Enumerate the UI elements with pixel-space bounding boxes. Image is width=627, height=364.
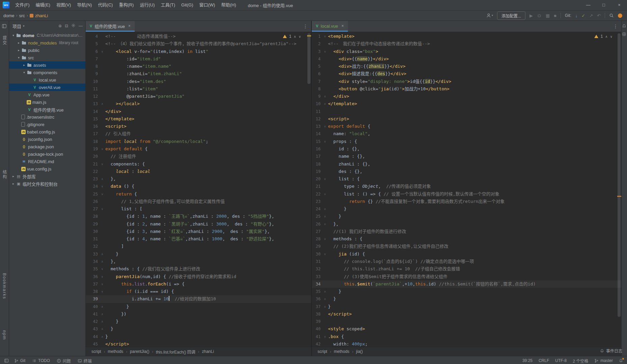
code-line[interactable]: 33 // (3)使用$emit把子组件需求的信息传递给父组件 <box>312 273 621 280</box>
breadcrumb-item[interactable]: methods <box>107 349 124 354</box>
tree-item[interactable]: ▾components <box>9 69 85 76</box>
breadcrumb-item[interactable]: methods <box>333 349 350 354</box>
code-line[interactable]: 31 // console.log(`点击的${id}`) //确定点击的是选中… <box>312 258 621 265</box>
tab-local-vue[interactable]: V local.vue × <box>312 21 348 32</box>
chevron-down-icon[interactable]: ▾ <box>11 34 16 37</box>
chevron-right-icon[interactable]: ▸ <box>17 41 21 44</box>
code-line[interactable]: 15∨ props : { <box>312 138 621 145</box>
project-tool-icon[interactable] <box>2 24 7 30</box>
breadcrumb-item[interactable]: script <box>317 349 328 354</box>
code-line[interactable]: 23∧ }, <box>86 175 311 183</box>
code-line[interactable]: 33∧ } <box>86 250 311 258</box>
menu-item[interactable]: 重构(R) <box>116 0 137 10</box>
code-line[interactable]: 16<script> <box>86 123 311 130</box>
code-line[interactable]: 18 zhanLi : {}, <box>312 160 621 168</box>
project-panel-title[interactable]: 项目 <box>12 23 21 29</box>
code-line[interactable]: 26 // 1,父组件向子组件传值,可以使用自定义属性传值 <box>86 198 311 205</box>
user-account-icon[interactable]: ▾ <box>486 13 493 18</box>
code-line[interactable]: 5<!-- （4）我们给父组件添加一个事件，按收子组件传递的事件@parentJ… <box>86 40 311 48</box>
statusbar-widget[interactable]: 39:25 <box>522 358 533 363</box>
code-line[interactable]: 17 name : {}, <box>312 153 621 160</box>
code-line[interactable]: 25∧ } <box>312 213 621 220</box>
debug-icon[interactable] <box>537 13 542 18</box>
fold-marker-icon[interactable]: ∨ <box>99 273 105 280</box>
tree-item[interactable]: V组件的使用.vue <box>9 106 85 113</box>
fold-marker-icon[interactable]: ∨ <box>322 123 328 130</box>
prev-problem-icon[interactable]: ∧ <box>605 35 607 38</box>
collapse-all-icon[interactable]: ⊟ <box>65 24 68 28</box>
notifications-icon[interactable] <box>619 359 623 363</box>
notifications-tool-icon[interactable] <box>622 24 626 30</box>
code-line[interactable]: 2<!-- 我们在子组件中动态接收传递过来的数值--> <box>312 40 621 48</box>
fold-marker-icon[interactable]: ∨ <box>99 48 105 55</box>
code-line[interactable]: 30∨ jia (id) { <box>312 250 621 258</box>
code-line[interactable]: 42∧ } <box>86 318 311 325</box>
tree-item[interactable]: MREADME.md <box>9 158 85 165</box>
database-tool-icon[interactable] <box>622 32 626 38</box>
fold-marker-icon[interactable]: ∧ <box>322 100 328 108</box>
menu-item[interactable]: 编辑(E) <box>33 0 53 10</box>
tool-button-structure[interactable]: 结构 <box>2 170 7 179</box>
menu-item[interactable]: 运行(U) <box>137 0 158 10</box>
code-line[interactable]: 7 :id="item.id" <box>86 55 311 63</box>
code-line[interactable]: 5 <div>战力:{{zhanLi}}</div> <box>312 63 621 70</box>
code-line[interactable]: 19∨export default { <box>86 145 311 153</box>
fold-marker-icon[interactable]: ∨ <box>99 265 105 273</box>
breadcrumb-item[interactable]: script <box>91 349 102 354</box>
inspections-widget[interactable]: 1 ∧ ∨ <box>594 34 612 39</box>
code-line[interactable]: 24∧ } <box>312 205 621 213</box>
code-line[interactable]: 25∨ return { <box>86 190 311 198</box>
tree-item[interactable]: ▸node_moduleslibrary root <box>9 39 85 47</box>
tree-item[interactable]: ▸▤外部库 <box>9 173 85 180</box>
scrollbar-thumb[interactable] <box>618 33 621 317</box>
tool-button-commit[interactable]: 提交 <box>2 36 7 45</box>
code-line[interactable]: 7 <div style="display: none">id值{{id}}</… <box>312 78 621 85</box>
code-line[interactable]: 21∨ components: { <box>86 160 311 168</box>
event-log-button[interactable]: 事件日志 <box>600 348 622 354</box>
add-configuration-button[interactable]: 添加配置... <box>497 11 525 20</box>
code-line[interactable]: 17// 引入组件 <box>86 130 311 138</box>
code-line[interactable]: 38</script> <box>312 310 621 318</box>
menu-item[interactable]: 帮助(H) <box>218 0 239 10</box>
code-line[interactable]: 35∧ } <box>312 288 621 295</box>
code-line[interactable]: 40∧ } <box>86 303 311 310</box>
statusbar-terminal[interactable]: 终端 <box>78 358 92 364</box>
menu-item[interactable]: 代码(C) <box>95 0 116 10</box>
code-line[interactable]: 20 // 注册组件 <box>86 153 311 160</box>
code-line[interactable]: 19 des : {}, <box>312 168 621 175</box>
fold-marker-icon[interactable]: ∧ <box>322 288 328 295</box>
code-line[interactable]: 36∧ } <box>312 295 621 303</box>
breadcrumb-symbol[interactable]: zhanLi <box>30 13 48 18</box>
code-line[interactable]: 15</template> <box>86 115 311 123</box>
settings-gear-icon[interactable] <box>71 23 76 29</box>
close-icon[interactable]: × <box>611 0 627 10</box>
code-line[interactable]: 28∨ methods : { <box>312 235 621 243</box>
tree-item[interactable]: Vlocal.vue <box>9 76 85 84</box>
locate-file-icon[interactable]: ⊕ <box>58 24 62 28</box>
code-line[interactable]: 27 //(1) 我们对子组件的数值进行修改 <box>312 228 621 235</box>
fold-marker-icon[interactable]: ∨ <box>99 288 105 295</box>
code-line[interactable]: 32 ] <box>86 243 311 250</box>
fold-marker-icon[interactable]: ∨ <box>99 280 105 288</box>
code-line[interactable]: 8 :name="item.name" <box>86 63 311 70</box>
fold-marker-icon[interactable]: ∨ <box>99 160 105 168</box>
code-line[interactable]: 10∧</template> <box>312 100 621 108</box>
inspections-widget[interactable]: 1 ∧ ∨ <box>283 34 301 39</box>
fold-marker-icon[interactable]: ∧ <box>322 295 328 303</box>
code-line[interactable]: 13∧ ></local> <box>86 100 311 108</box>
scrollbar-thumb[interactable] <box>307 33 310 84</box>
chevron-down-icon[interactable]: ▾ <box>23 24 25 28</box>
code-line[interactable]: 45</script> <box>86 340 311 347</box>
code-line[interactable]: 23 return {} //不能直接复制一个对象,需要利用函数方式return… <box>312 198 621 205</box>
fold-marker-icon[interactable]: ∧ <box>322 303 328 310</box>
tab-close-icon[interactable]: × <box>128 24 131 28</box>
statusbar-widget[interactable]: 2 个空格 <box>573 358 588 364</box>
breadcrumb-item[interactable]: this.list.forEach() 回调 <box>156 349 196 355</box>
tab-component-usage[interactable]: V 组件的使用.vue × <box>86 21 135 32</box>
tree-item[interactable]: {}package.json <box>9 143 85 150</box>
git-rollback-icon[interactable]: ↶ <box>597 13 601 18</box>
code-line[interactable]: 9 :zhanLi="item.zhanLi" <box>86 70 311 78</box>
code-line[interactable]: 6 <div>描述我是:{{des}}</div> <box>312 70 621 78</box>
code-line[interactable]: 44∧} <box>86 333 311 340</box>
fold-marker-icon[interactable]: ∧ <box>99 318 105 325</box>
